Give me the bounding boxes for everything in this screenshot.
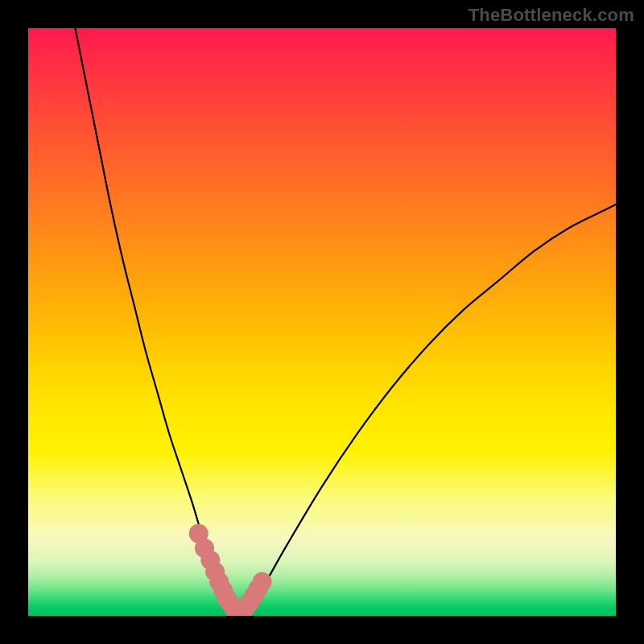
watermark-text: TheBottleneck.com: [469, 5, 634, 26]
chart-frame: TheBottleneck.com: [0, 0, 644, 644]
marker-group: [189, 524, 272, 616]
right-blob-5: [253, 572, 272, 592]
bottleneck-curve: [75, 28, 616, 612]
curve-layer: [28, 28, 616, 616]
plot-area: [28, 28, 616, 616]
